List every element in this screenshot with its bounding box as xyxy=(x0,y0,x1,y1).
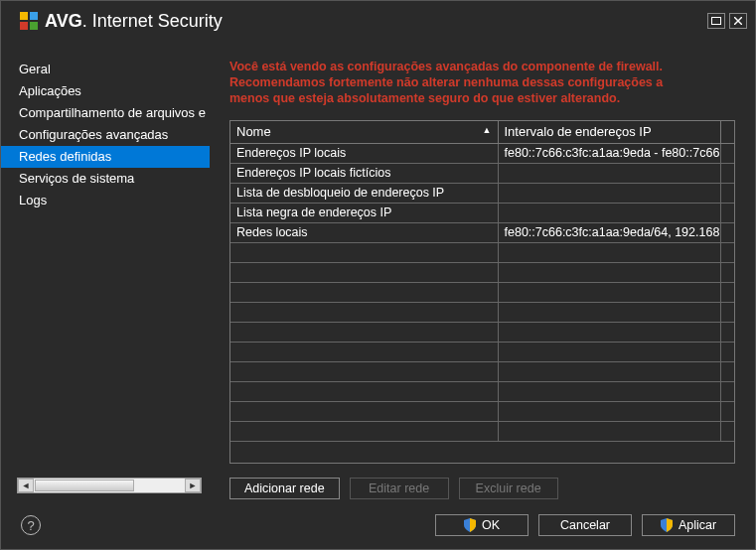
ok-button[interactable]: OK xyxy=(435,514,529,536)
app-title-product: Internet Security xyxy=(92,11,223,31)
table-row xyxy=(230,361,734,381)
cell-range xyxy=(498,282,720,302)
apply-button[interactable]: Aplicar xyxy=(642,514,735,536)
sidebar-item[interactable]: Aplicações xyxy=(1,80,210,102)
cell-spacer xyxy=(720,203,734,222)
column-header-range-label: Intervalo de endereços IP xyxy=(505,124,652,139)
sidebar-horizontal-scrollbar[interactable]: ◄ ► xyxy=(17,478,202,493)
scroll-thumb[interactable] xyxy=(35,480,134,491)
cell-range xyxy=(498,163,720,183)
sidebar-item[interactable]: Logs xyxy=(1,190,210,211)
scroll-right-button[interactable]: ► xyxy=(185,479,201,492)
cell-name xyxy=(230,401,498,421)
cell-name: Endereços IP locais xyxy=(230,143,498,163)
cell-name xyxy=(230,381,498,401)
app-title-brand: AVG xyxy=(45,11,82,31)
svg-rect-1 xyxy=(20,12,28,20)
cell-range xyxy=(498,381,720,401)
cell-range xyxy=(498,302,720,322)
table-row[interactable]: Endereços IP locaisfe80::7c66:c3fc:a1aa:… xyxy=(230,143,734,163)
warning-line: Você está vendo as configurações avançad… xyxy=(229,59,735,74)
cell-spacer xyxy=(720,342,734,361)
cell-name: Endereços IP locais fictícios xyxy=(230,163,498,183)
table-row xyxy=(230,262,734,282)
column-header-spacer xyxy=(720,121,734,143)
cell-name xyxy=(230,361,498,381)
cell-name: Redes locais xyxy=(230,222,498,242)
svg-rect-2 xyxy=(30,12,38,20)
cell-range xyxy=(498,242,720,262)
cell-range: fe80::7c66:c3fc:a1aa:9eda - fe80::7c66:c… xyxy=(498,143,720,163)
help-button[interactable]: ? xyxy=(21,515,41,535)
warning-line: menos que esteja absolutamente seguro do… xyxy=(229,90,735,106)
cell-spacer xyxy=(720,143,734,163)
table-row xyxy=(230,242,734,262)
table-action-buttons: Adicionar rede Editar rede Excluir rede xyxy=(229,478,735,499)
table-row xyxy=(230,421,734,441)
column-header-name[interactable]: Nome ▲ xyxy=(230,121,498,143)
table-row xyxy=(230,302,734,322)
bottom-bar: ? OK Cancelar Aplicar xyxy=(1,499,755,550)
svg-rect-5 xyxy=(712,18,721,25)
cell-range xyxy=(498,203,720,222)
cell-name xyxy=(230,242,498,262)
cell-range xyxy=(498,342,720,361)
avg-logo-icon xyxy=(19,11,39,31)
table-row[interactable]: Lista negra de endereços IP xyxy=(230,203,734,222)
scroll-left-button[interactable]: ◄ xyxy=(18,479,34,492)
cell-name xyxy=(230,302,498,322)
app-title: AVG. Internet Security xyxy=(45,11,223,32)
table-row xyxy=(230,322,734,342)
sidebar-item[interactable]: Redes definidas xyxy=(1,146,210,168)
sort-ascending-icon: ▲ xyxy=(483,125,492,135)
table-row[interactable]: Endereços IP locais fictícios xyxy=(230,163,734,183)
cell-name xyxy=(230,282,498,302)
close-button[interactable] xyxy=(729,13,747,29)
sidebar-item[interactable]: Configurações avançadas xyxy=(1,124,210,146)
apply-button-label: Aplicar xyxy=(679,518,716,532)
add-network-button[interactable]: Adicionar rede xyxy=(229,478,340,499)
sidebar-item[interactable]: Serviços de sistema xyxy=(1,168,210,190)
svg-rect-3 xyxy=(20,22,28,30)
cell-name xyxy=(230,262,498,282)
cell-name xyxy=(230,421,498,441)
main-panel: Você está vendo as configurações avançad… xyxy=(210,41,755,499)
table-row[interactable]: Redes locaisfe80::7c66:c3fc:a1aa:9eda/64… xyxy=(230,222,734,242)
firewall-warning-text: Você está vendo as configurações avançad… xyxy=(229,59,735,106)
cell-spacer xyxy=(720,242,734,262)
cell-spacer xyxy=(720,322,734,342)
delete-network-button: Excluir rede xyxy=(459,478,558,499)
window-controls xyxy=(707,13,747,29)
cell-spacer xyxy=(720,183,734,203)
cell-spacer xyxy=(720,262,734,282)
maximize-button[interactable] xyxy=(707,13,725,29)
titlebar: AVG. Internet Security xyxy=(1,1,755,41)
table-row xyxy=(230,342,734,361)
sidebar: GeralAplicaçõesCompartilhamento de arqui… xyxy=(1,41,210,499)
sidebar-item[interactable]: Geral xyxy=(1,59,210,80)
table-row xyxy=(230,381,734,401)
column-header-range[interactable]: Intervalo de endereços IP xyxy=(498,121,720,143)
warning-line: Recomendamos fortemente não alterar nenh… xyxy=(229,74,735,90)
cell-range xyxy=(498,322,720,342)
cell-name: Lista de desbloqueio de endereços IP xyxy=(230,183,498,203)
shield-icon xyxy=(464,518,476,532)
networks-table: Nome ▲ Intervalo de endereços IP Endereç… xyxy=(229,120,735,464)
cell-spacer xyxy=(720,302,734,322)
cell-spacer xyxy=(720,381,734,401)
cell-range xyxy=(498,401,720,421)
cell-spacer xyxy=(720,361,734,381)
cell-range xyxy=(498,421,720,441)
shield-icon xyxy=(661,518,673,532)
cell-range xyxy=(498,361,720,381)
cell-name xyxy=(230,342,498,361)
sidebar-item[interactable]: Compartilhamento de arquivos e impressor… xyxy=(1,102,210,124)
cancel-button[interactable]: Cancelar xyxy=(538,514,632,536)
app-logo: AVG. Internet Security xyxy=(19,11,223,32)
edit-network-button: Editar rede xyxy=(350,478,449,499)
table-row[interactable]: Lista de desbloqueio de endereços IP xyxy=(230,183,734,203)
cell-spacer xyxy=(720,282,734,302)
table-row xyxy=(230,401,734,421)
cell-range xyxy=(498,262,720,282)
ok-button-label: OK xyxy=(482,518,500,532)
